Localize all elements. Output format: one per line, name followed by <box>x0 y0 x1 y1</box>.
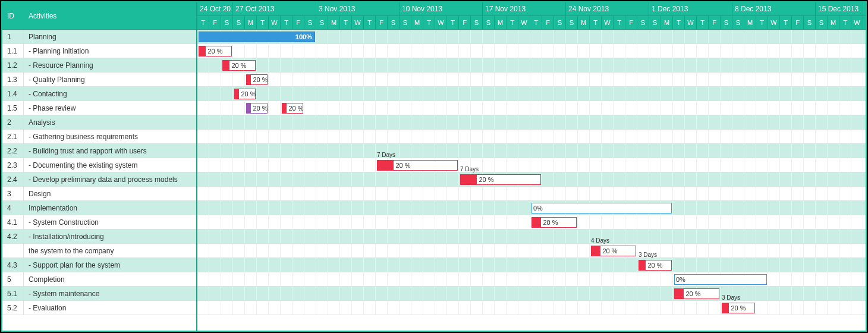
table-row[interactable]: 5.2 - Evaluation <box>2 301 196 315</box>
cell-activity: - Installation/introducing <box>24 233 196 241</box>
day-cell: S <box>816 16 828 29</box>
cell-activity: Planning <box>24 33 196 41</box>
day-cell: W <box>352 16 364 29</box>
table-row[interactable]: 1Planning <box>2 30 196 44</box>
day-cell: M <box>328 16 340 29</box>
gantt-bar[interactable]: 20 % <box>532 217 577 228</box>
table-row[interactable]: 1.5 - Phase review <box>2 101 196 115</box>
body: 1Planning1.1 - Planning initiation1.2 - … <box>2 30 866 331</box>
table-row[interactable]: 3Design <box>2 187 196 201</box>
gantt-bar[interactable]: 20 % <box>674 288 719 299</box>
table-row[interactable]: 1.1 - Planning initiation <box>2 44 196 58</box>
gantt-bar[interactable]: 20 % <box>282 103 303 114</box>
day-cell: S <box>233 16 245 29</box>
cell-id: 1.1 <box>2 44 24 58</box>
day-cell: S <box>732 16 744 29</box>
col-activities[interactable]: Activities <box>24 12 196 20</box>
gantt-bar[interactable]: 100% <box>199 32 315 42</box>
cell-id <box>2 244 24 257</box>
chart-row[interactable]: 20 %20 % <box>197 101 866 115</box>
gantt-bar[interactable]: 0% <box>674 274 767 285</box>
day-cell: F <box>209 16 221 29</box>
table-row[interactable]: 1.3 - Quality Planning <box>2 73 196 87</box>
chart-row[interactable] <box>197 230 866 244</box>
cell-id: 2.4 <box>2 172 24 186</box>
cell-id: 2.1 <box>2 130 24 143</box>
duration-label: 7 Days <box>377 152 395 158</box>
chart-row[interactable]: 20 % <box>197 87 866 101</box>
chart-row[interactable] <box>197 115 866 130</box>
chart-row[interactable] <box>197 187 866 201</box>
chart-row[interactable]: 20 % <box>197 44 866 58</box>
chart-row[interactable]: 20 % <box>197 215 866 230</box>
day-cell: T <box>423 16 435 29</box>
day-cell: T <box>447 16 459 29</box>
cell-id: 4.1 <box>2 215 24 229</box>
day-cell: W <box>435 16 447 29</box>
day-cell: S <box>400 16 411 29</box>
col-id[interactable]: ID <box>2 12 24 20</box>
chart-panel[interactable]: 100%20 %20 %20 %20 %20 %20 %20 %7 Days20… <box>197 30 866 331</box>
table-row[interactable]: 4.3 - Support plan for the system <box>2 258 196 272</box>
table-row[interactable]: 5Completion <box>2 272 196 287</box>
day-cell: T <box>780 16 792 29</box>
gantt-bar[interactable]: 20 % <box>222 60 256 71</box>
table-row[interactable]: 4Implementation <box>2 201 196 215</box>
gantt-bar[interactable]: 20 % <box>639 260 672 271</box>
cell-activity: Completion <box>24 275 196 284</box>
day-cell: M <box>661 16 673 29</box>
chart-row[interactable]: 20 % <box>197 58 866 73</box>
gantt-bar[interactable]: 20 % <box>246 74 268 85</box>
header-timeline: 24 Oct 2027 Oct 20133 Nov 201310 Nov 201… <box>197 2 866 29</box>
table-row[interactable]: 2.1 - Gathering business requirements <box>2 130 196 144</box>
duration-label: 7 Days <box>460 166 479 172</box>
gantt-bar[interactable]: 20 % <box>460 174 541 185</box>
chart-row[interactable]: 20 %4 Days <box>197 244 866 258</box>
table-row[interactable]: 5.1 - System maintenance <box>2 287 196 301</box>
chart-row[interactable]: 20 % <box>197 73 866 87</box>
date-group: 17 Nov 2013 <box>483 2 566 15</box>
day-cell: T <box>673 16 685 29</box>
day-cell: T <box>197 16 209 29</box>
chart-row[interactable]: 0% <box>197 201 866 215</box>
table-row[interactable]: the system to the company <box>2 244 196 258</box>
table-row[interactable]: 4.1 - System Construction <box>2 215 196 230</box>
gantt-bar[interactable]: 20 % <box>246 103 268 114</box>
table-row[interactable]: 2Analysis <box>2 115 196 130</box>
table-row[interactable]: 1.4 - Contacting <box>2 87 196 101</box>
chart-row[interactable]: 20 %7 Days <box>197 158 866 172</box>
gantt-bar[interactable]: 0% <box>532 203 672 213</box>
day-cell: W <box>518 16 530 29</box>
day-cell: F <box>542 16 554 29</box>
gantt-bar[interactable]: 20 % <box>377 160 458 171</box>
cell-id: 4 <box>2 201 24 215</box>
cell-activity: - Quality Planning <box>24 76 196 84</box>
day-cell: T <box>697 16 709 29</box>
day-cell: M <box>828 16 839 29</box>
table-row[interactable]: 2.4 - Develop preliminary data and proce… <box>2 172 196 187</box>
chart-row[interactable]: 20 % <box>197 287 866 301</box>
day-cell: S <box>649 16 661 29</box>
cell-id: 1.4 <box>2 87 24 100</box>
gantt-bar[interactable]: 20 % <box>722 303 755 313</box>
table-row[interactable]: 2.2 - Building trust and rapport with us… <box>2 144 196 158</box>
date-row: 24 Oct 2027 Oct 20133 Nov 201310 Nov 201… <box>197 2 866 16</box>
gantt-bar[interactable]: 20 % <box>591 246 636 256</box>
day-cell: T <box>614 16 625 29</box>
chart-row[interactable]: 20 %3 Days <box>197 301 866 315</box>
day-cell: W <box>602 16 614 29</box>
chart-row[interactable] <box>197 130 866 144</box>
table-row[interactable]: 1.2 - Resource Planning <box>2 58 196 73</box>
table-row[interactable]: 4.2 - Installation/introducing <box>2 230 196 244</box>
day-cell: T <box>839 16 851 29</box>
gantt-bar[interactable]: 20 % <box>199 46 232 56</box>
date-group: 8 Dec 2013 <box>732 2 816 15</box>
chart-row[interactable] <box>197 144 866 158</box>
chart-row[interactable]: 0% <box>197 272 866 287</box>
chart-row[interactable]: 100% <box>197 30 866 44</box>
duration-label: 3 Days <box>639 252 657 258</box>
chart-row[interactable]: 20 %7 Days <box>197 172 866 187</box>
table-row[interactable]: 2.3 - Documenting the existing system <box>2 158 196 172</box>
chart-row[interactable]: 20 %3 Days <box>197 258 866 272</box>
gantt-bar[interactable]: 20 % <box>234 89 256 99</box>
